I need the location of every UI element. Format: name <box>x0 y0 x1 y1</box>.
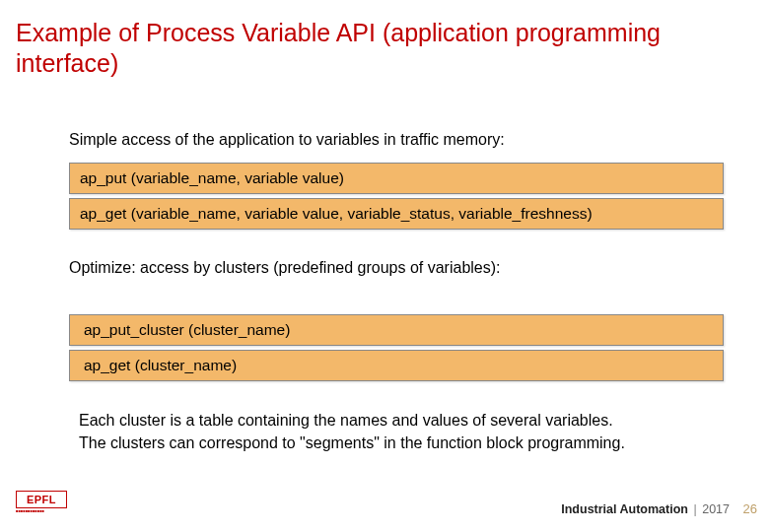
epfl-logo-text: EPFL <box>16 491 67 508</box>
note-line-1: Each cluster is a table containing the n… <box>79 409 714 432</box>
epfl-logo-subtext: ■■■■■■■■■■■■ <box>16 509 67 514</box>
slide-content: Simple access of the application to vari… <box>16 131 753 454</box>
note-line-2: The clusters can correspond to "segments… <box>79 432 714 454</box>
slide-title: Example of Process Variable API (applica… <box>16 18 753 80</box>
api-box-put: ap_put (variable_name, variable value) <box>69 163 724 194</box>
page-number: 26 <box>743 501 757 516</box>
footer-year: 2017 <box>702 502 730 516</box>
note-block: Each cluster is a table containing the n… <box>69 409 724 454</box>
footer-sep: | <box>693 502 696 516</box>
footer-text: Industrial Automation | 2017 <box>561 502 730 516</box>
intro-text: Simple access of the application to vari… <box>69 131 724 149</box>
api-box-get: ap_get (variable_name, variable value, v… <box>69 198 724 230</box>
epfl-logo: EPFL ■■■■■■■■■■■■ <box>16 491 67 516</box>
api-box-get-cluster: ap_get (cluster_name) <box>69 350 724 381</box>
footer-course: Industrial Automation <box>561 502 688 516</box>
optimize-text: Optimize: access by clusters (predefined… <box>69 259 724 277</box>
api-box-put-cluster: ap_put_cluster (cluster_name) <box>69 314 724 346</box>
footer: EPFL ■■■■■■■■■■■■ Industrial Automation … <box>0 487 769 522</box>
slide: Example of Process Variable API (applica… <box>0 0 769 532</box>
